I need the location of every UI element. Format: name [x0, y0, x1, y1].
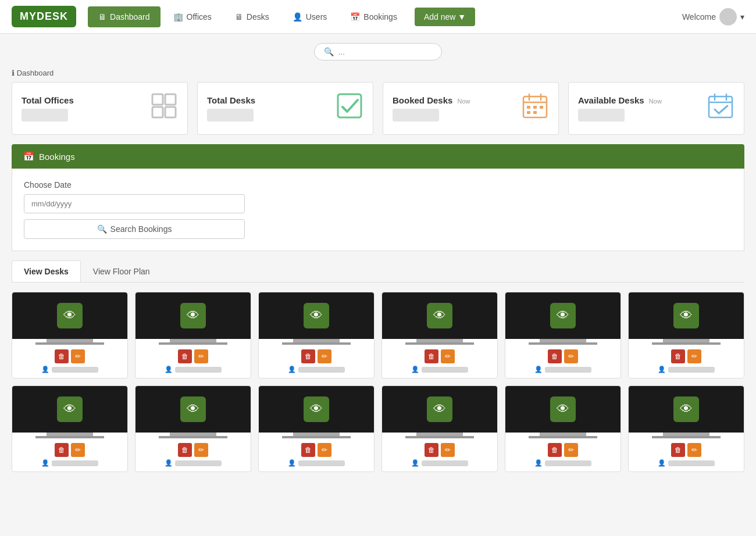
delete-desk-5[interactable]: 🗑 — [548, 349, 562, 363]
desk-user-11: 👤 — [534, 459, 591, 467]
user-icon-3: 👤 — [288, 366, 296, 373]
nav-tab-desks[interactable]: 🖥 Desks — [224, 6, 280, 27]
edit-desk-12[interactable]: ✏ — [687, 443, 701, 457]
user-icon-2: 👤 — [165, 366, 173, 373]
monitor-5: 👁 — [505, 292, 621, 347]
delete-desk-7[interactable]: 🗑 — [55, 443, 69, 457]
search-input[interactable] — [338, 48, 432, 56]
svg-rect-13 — [533, 111, 537, 114]
edit-desk-3[interactable]: ✏ — [318, 349, 331, 363]
welcome-area[interactable]: Welcome ▾ — [682, 8, 744, 26]
desk-card-1: 👁 🗑 ✏ 👤 — [12, 292, 128, 378]
dashboard-icon: 🖥 — [98, 12, 106, 22]
desk-user-5: 👤 — [534, 366, 591, 373]
view-icon-2: 👁 — [180, 303, 206, 328]
delete-desk-6[interactable]: 🗑 — [671, 349, 685, 363]
user-icon-11: 👤 — [534, 459, 543, 467]
desk-actions-1: 🗑 ✏ — [55, 349, 85, 363]
desk-card-5: 👁 🗑 ✏ 👤 — [505, 292, 621, 378]
monitor-screen-1: 👁 — [12, 292, 127, 339]
navbar: MYDESK 🖥 Dashboard 🏢 Offices 🖥 Desks 👤 U… — [0, 0, 756, 34]
svg-rect-14 — [709, 97, 732, 117]
user-icon-4: 👤 — [411, 366, 419, 373]
stat-title-available: Available Desks Now — [578, 95, 662, 105]
monitor-10: 👁 — [382, 386, 497, 441]
desk-user-bar-12 — [668, 460, 715, 466]
view-icon-1: 👁 — [57, 303, 83, 328]
monitor-foot-8 — [159, 436, 228, 438]
desk-user-bar-11 — [545, 460, 591, 466]
monitor-foot-7 — [35, 436, 105, 438]
desk-card-7: 👁 🗑 ✏ 👤 — [12, 385, 128, 472]
offices-icon: 🏢 — [173, 12, 183, 22]
desk-user-1: 👤 — [41, 366, 98, 373]
svg-rect-3 — [165, 107, 176, 117]
desk-grid: 👁 🗑 ✏ 👤 👁 🗑 ✏ 👤 — [0, 283, 756, 481]
delete-desk-2[interactable]: 🗑 — [178, 349, 192, 363]
delete-desk-8[interactable]: 🗑 — [178, 443, 192, 457]
stat-title-desks: Total Desks — [207, 95, 255, 105]
nav-tabs: 🖥 Dashboard 🏢 Offices 🖥 Desks 👤 Users 📅 … — [88, 6, 475, 27]
nav-tab-bookings[interactable]: 📅 Bookings — [340, 6, 408, 27]
search-bookings-button[interactable]: 🔍 Search Bookings — [24, 219, 245, 239]
monitor-7: 👁 — [12, 386, 127, 441]
monitor-4: 👁 — [382, 292, 497, 347]
monitor-2: 👁 — [135, 292, 251, 347]
booked-now-badge: Now — [458, 98, 470, 105]
desk-actions-4: 🗑 ✏ — [425, 349, 455, 363]
bookings-header: 📅 Bookings — [12, 144, 744, 169]
edit-desk-2[interactable]: ✏ — [194, 349, 208, 363]
edit-desk-7[interactable]: ✏ — [71, 443, 85, 457]
add-new-button[interactable]: Add new ▼ — [415, 8, 475, 26]
edit-desk-10[interactable]: ✏ — [441, 443, 455, 457]
monitor-8: 👁 — [135, 386, 251, 441]
svg-rect-2 — [152, 107, 163, 117]
logo[interactable]: MYDESK — [12, 6, 76, 27]
delete-desk-9[interactable]: 🗑 — [301, 443, 315, 457]
edit-desk-9[interactable]: ✏ — [318, 443, 331, 457]
view-icon-3: 👁 — [304, 303, 329, 328]
monitor-foot-2 — [159, 342, 228, 345]
view-icon-6: 👁 — [673, 303, 699, 328]
view-icon-4: 👁 — [427, 303, 452, 328]
delete-desk-3[interactable]: 🗑 — [301, 349, 315, 363]
tab-view-floor-plan[interactable]: View Floor Plan — [81, 260, 162, 282]
desk-card-2: 👁 🗑 ✏ 👤 — [135, 292, 251, 378]
desk-actions-9: 🗑 ✏ — [301, 443, 331, 457]
edit-desk-8[interactable]: ✏ — [194, 443, 208, 457]
stat-value-offices — [22, 109, 68, 122]
offices-stat-icon — [150, 92, 178, 125]
nav-tab-users[interactable]: 👤 Users — [282, 6, 338, 27]
user-icon-1: 👤 — [41, 366, 49, 373]
view-icon-7: 👁 — [57, 396, 83, 422]
desk-user-bar-5 — [545, 367, 591, 373]
edit-desk-6[interactable]: ✏ — [687, 349, 701, 363]
desk-actions-12: 🗑 ✏ — [671, 443, 701, 457]
search-icon: 🔍 — [324, 47, 334, 56]
edit-desk-1[interactable]: ✏ — [71, 349, 85, 363]
monitor-3: 👁 — [259, 292, 374, 347]
monitor-screen-4: 👁 — [382, 292, 497, 339]
edit-desk-5[interactable]: ✏ — [564, 349, 578, 363]
delete-desk-4[interactable]: 🗑 — [425, 349, 438, 363]
monitor-foot-1 — [35, 342, 105, 345]
delete-desk-11[interactable]: 🗑 — [548, 443, 562, 457]
desk-card-12: 👁 🗑 ✏ 👤 — [628, 385, 744, 472]
nav-tab-dashboard[interactable]: 🖥 Dashboard — [88, 6, 161, 27]
edit-desk-4[interactable]: ✏ — [441, 349, 455, 363]
monitor-foot-4 — [405, 342, 475, 345]
edit-desk-11[interactable]: ✏ — [564, 443, 578, 457]
delete-desk-10[interactable]: 🗑 — [425, 443, 438, 457]
delete-desk-1[interactable]: 🗑 — [55, 349, 69, 363]
tab-view-desks[interactable]: View Desks — [12, 260, 81, 282]
nav-tab-offices[interactable]: 🏢 Offices — [163, 6, 222, 27]
stat-title-booked: Booked Desks Now — [393, 95, 470, 105]
monitor-1: 👁 — [12, 292, 127, 347]
desk-actions-5: 🗑 ✏ — [548, 349, 578, 363]
date-input[interactable] — [24, 194, 245, 213]
stat-card-total-offices: Total Offices — [12, 82, 188, 135]
desk-actions-3: 🗑 ✏ — [301, 349, 331, 363]
desk-tabs: View Desks View Floor Plan — [12, 260, 744, 283]
delete-desk-12[interactable]: 🗑 — [671, 443, 685, 457]
bookings-body: Choose Date 🔍 Search Bookings — [12, 169, 744, 251]
